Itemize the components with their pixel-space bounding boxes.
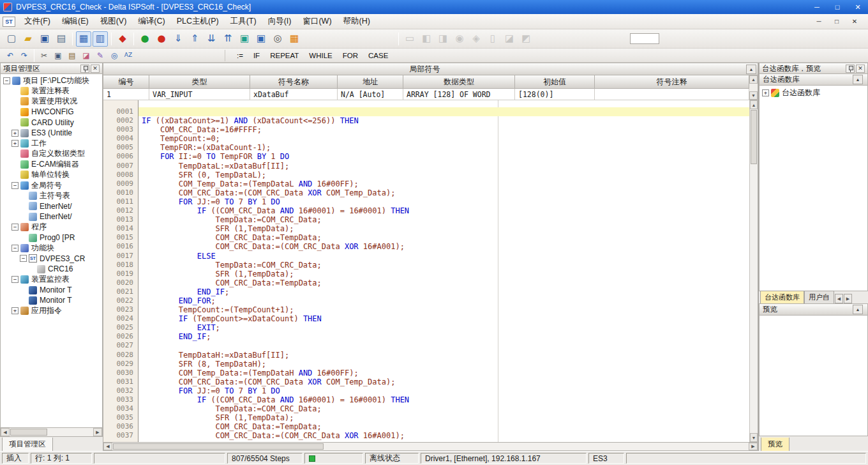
expander-minus-icon[interactable]: − xyxy=(11,224,19,231)
table-cell[interactable]: 1 xyxy=(103,89,149,100)
open-project-icon[interactable]: ▰ xyxy=(20,31,36,47)
tree-item[interactable]: +ES3 (Untitle xyxy=(1,128,102,138)
code-area[interactable]: 00010002IF ((xDataCount>=1) AND (xDataCo… xyxy=(103,100,749,442)
code-line[interactable]: 0019 SFR (1,TempData); xyxy=(103,270,749,278)
upload-program-icon[interactable]: ⇑ xyxy=(187,31,202,47)
code-line[interactable]: 0024 IF (TempCount>=xDataCount) THEN xyxy=(103,314,749,323)
column-header[interactable]: 符号注释 xyxy=(595,75,749,89)
tree-item[interactable]: E-CAM编辑器 xyxy=(1,159,102,169)
insert-assign-button[interactable]: := xyxy=(232,51,248,60)
project-scroll-right-button[interactable]: ▶ xyxy=(93,428,102,436)
menu-item[interactable]: 工具(T) xyxy=(225,14,262,29)
symbols-scroll-up-button[interactable]: ▲ xyxy=(749,75,758,84)
tree-item[interactable]: 轴单位转换 xyxy=(1,170,102,180)
editor-hscroll-track[interactable] xyxy=(112,443,749,450)
code-line[interactable]: 0023 TempCount:=(TempCount+1); xyxy=(103,305,749,314)
collapse-symbols-button[interactable]: ▲ xyxy=(746,65,756,74)
code-line[interactable]: 0011 FOR JJ:=0 TO 7 BY 1 DO xyxy=(103,197,749,206)
tree-item[interactable]: 主符号表 xyxy=(1,190,102,201)
code-line[interactable]: 0029 SFR (8, TempDataH); xyxy=(103,360,749,369)
code-line[interactable]: 0008 SFR (0, TempDataL); xyxy=(103,171,749,179)
project-close-button[interactable]: ✕ xyxy=(91,65,100,73)
editor-scroll-right-button[interactable]: ▶ xyxy=(749,443,758,450)
insert-if-button[interactable]: IF xyxy=(248,51,265,60)
find-replace-icon[interactable]: ◎ xyxy=(108,49,121,62)
collapse-preview-button[interactable]: ▲ xyxy=(853,305,863,314)
mdi-close-button[interactable]: ✕ xyxy=(846,16,863,27)
search-function-icon[interactable]: ◎ xyxy=(270,31,285,47)
editor-hscrollbar[interactable]: ◀ ▶ xyxy=(103,442,758,451)
menu-item[interactable]: PLC主机(P) xyxy=(171,14,225,29)
menu-item[interactable]: 窗口(W) xyxy=(297,14,337,29)
expander-minus-icon[interactable]: − xyxy=(20,255,27,262)
run-plc-icon[interactable]: ● xyxy=(137,31,153,47)
save-icon[interactable]: ▣ xyxy=(37,31,52,47)
code-line[interactable]: 0032 FOR JJ:=0 TO 7 BY 1 DO xyxy=(103,386,749,395)
close-button[interactable]: ✕ xyxy=(848,0,868,14)
tree-item[interactable]: Prog0 [PR xyxy=(1,232,102,243)
editor-scroll-left-button[interactable]: ◀ xyxy=(103,443,112,450)
editor-vscroll-track[interactable] xyxy=(750,109,758,433)
device-monitor-icon[interactable]: ▣ xyxy=(253,31,269,47)
column-header[interactable]: 符号名称 xyxy=(250,75,338,89)
tree-item[interactable]: −程序 xyxy=(1,222,102,232)
navigate-forward-icon[interactable]: ↷ xyxy=(18,49,31,62)
tree-item[interactable]: −STDVPES3_CR xyxy=(1,254,102,264)
project-tree-hscrollbar[interactable]: ◀ ▶ xyxy=(0,428,103,437)
stop-plc-icon[interactable]: ● xyxy=(154,31,169,47)
tree-item[interactable]: CRC16 xyxy=(1,264,102,274)
collapse-library-button[interactable]: ▲ xyxy=(853,75,863,84)
expander-minus-icon[interactable]: − xyxy=(11,182,19,189)
tree-item[interactable]: −功能块 xyxy=(1,243,102,253)
cut-icon[interactable]: ✂ xyxy=(38,49,50,62)
tree-item[interactable]: −项目 [F:\PLC功能块 xyxy=(1,75,102,86)
table-cell[interactable] xyxy=(595,89,749,100)
project-view-icon[interactable]: ▦ xyxy=(76,31,91,47)
editor-vscroll-thumb[interactable] xyxy=(751,110,757,164)
code-line[interactable]: 0021 END_IF; xyxy=(103,287,749,296)
code-line[interactable]: 0020 COM_CRC_Data:=TempData; xyxy=(103,278,749,287)
code-line[interactable]: 0005 TempFOR:=(xDataCount-1); xyxy=(103,143,749,152)
code-line[interactable]: 0034 TempData:=COM_CRC_Data; xyxy=(103,404,749,413)
column-header[interactable]: 数据类型 xyxy=(403,75,515,89)
code-line[interactable]: 0006 FOR II:=0 TO TempFOR BY 1 DO xyxy=(103,152,749,161)
tree-item[interactable]: EtherNet/ xyxy=(1,211,102,222)
minimize-button[interactable]: ─ xyxy=(807,0,827,14)
expander-minus-icon[interactable]: − xyxy=(11,276,19,283)
copy-icon[interactable]: ▣ xyxy=(52,49,64,62)
insert-case-button[interactable]: CASE xyxy=(363,51,393,60)
insert-repeat-button[interactable]: REPEAT xyxy=(265,51,304,60)
code-line[interactable]: 0012 IF ((COM_CRC_Data AND 16#0001) = 16… xyxy=(103,206,749,215)
tree-item[interactable]: +工作 xyxy=(1,138,102,148)
code-line[interactable]: 0026 END_IF; xyxy=(103,332,749,341)
code-line[interactable]: 0016 COM_CRC_Data:=(COM_CRC_Data XOR 16#… xyxy=(103,242,749,251)
expander-plus-icon[interactable]: + xyxy=(11,130,19,137)
new-file-icon[interactable]: ▢ xyxy=(4,31,19,47)
tab-scroll-right-button[interactable]: ▶ xyxy=(844,294,852,303)
tab-scroll-left-button[interactable]: ◀ xyxy=(835,294,843,303)
project-scroll-thumb[interactable] xyxy=(10,429,47,436)
tree-item[interactable]: Monitor T xyxy=(1,295,102,305)
column-header[interactable]: 初始值 xyxy=(515,75,595,89)
column-header[interactable]: 编号 xyxy=(103,75,149,89)
tree-item[interactable]: CARD Utility xyxy=(1,118,102,128)
library-tab[interactable]: 台达函数库 xyxy=(760,291,804,303)
code-line[interactable]: 0001 xyxy=(103,107,749,116)
code-line[interactable]: 0014 SFR (1,TempData); xyxy=(103,224,749,233)
insert-for-button[interactable]: FOR xyxy=(338,51,363,60)
menu-item[interactable]: 帮助(H) xyxy=(338,14,376,29)
code-line[interactable]: 0003 COM_CRC_Data:=16#FFFF; xyxy=(103,125,749,134)
preview-tab[interactable]: 预览 xyxy=(761,438,789,452)
library-pin-button[interactable] xyxy=(846,65,855,73)
code-line[interactable]: 0027 xyxy=(103,341,749,350)
expander-plus-icon[interactable]: + xyxy=(11,307,19,314)
toolbar-combobox[interactable] xyxy=(630,33,659,44)
code-line[interactable]: 0035 SFR (1,TempData); xyxy=(103,413,749,422)
code-line[interactable]: 0007 TempDataL:=xDataBuf[II]; xyxy=(103,162,749,171)
insert-while-button[interactable]: WHILE xyxy=(304,51,337,60)
code-line[interactable]: 0028 TempDataH:=xDataBuf[II]; xyxy=(103,351,749,360)
code-line[interactable]: 0015 COM_CRC_Data:=TempData; xyxy=(103,233,749,242)
project-scroll-left-button[interactable]: ◀ xyxy=(1,428,10,436)
symbol-view-icon[interactable]: ▥ xyxy=(93,31,108,47)
menu-item[interactable]: 编译(C) xyxy=(132,14,170,29)
